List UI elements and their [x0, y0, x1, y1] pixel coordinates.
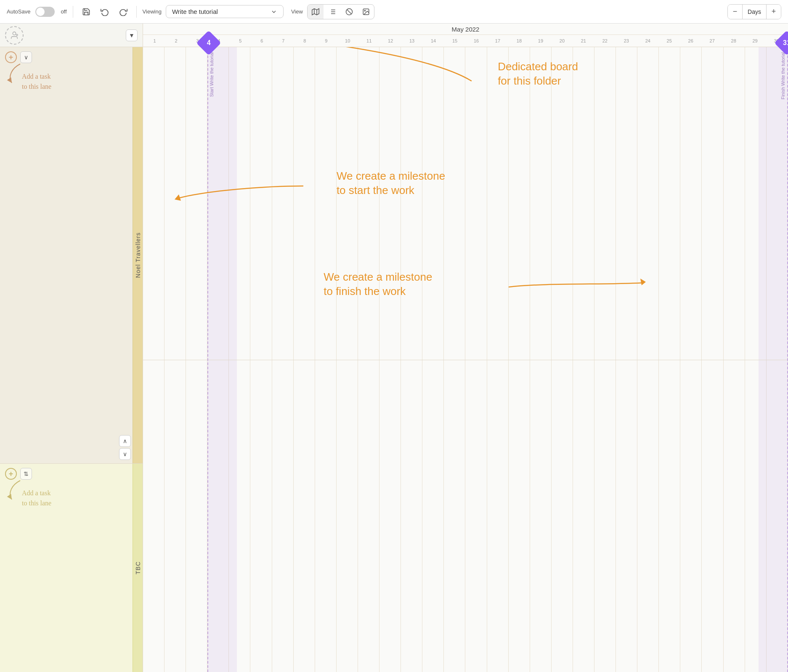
milestone-start-vline [207, 47, 208, 672]
save-button[interactable] [79, 5, 93, 19]
day-cell-6: 6 [251, 35, 273, 47]
svg-marker-17 [175, 194, 181, 201]
day-cell-27: 27 [701, 35, 723, 47]
day-cell-29: 29 [744, 35, 766, 47]
day-cell-8: 8 [294, 35, 316, 47]
day-cell-5: 5 [230, 35, 251, 47]
view-label: View [291, 8, 303, 15]
annotation-board: Dedicated boardfor this folder [498, 60, 578, 88]
toggle-knob [36, 8, 45, 16]
days-control: − Days + [727, 4, 781, 19]
day-cell-2: 2 [165, 35, 187, 47]
lane-2-name: TBC [135, 561, 141, 574]
day-cell-24: 24 [637, 35, 658, 47]
lane-divider [143, 360, 788, 360]
milestone-start-diamond: 4 [200, 34, 218, 52]
separator-1 [73, 6, 73, 18]
add-task-arrow-1 [3, 60, 29, 85]
cal-header: May 2022 4 12345678910111213141516171819… [143, 24, 788, 47]
autosave-label: AutoSave [7, 8, 30, 15]
day-cell-10: 10 [337, 35, 358, 47]
svg-point-12 [364, 10, 365, 11]
view-icons-group [307, 4, 374, 19]
svg-marker-0 [312, 8, 319, 15]
calendar-area: May 2022 4 12345678910111213141516171819… [143, 24, 788, 672]
view-list-button[interactable] [324, 5, 340, 19]
cal-month: May 2022 [452, 26, 480, 33]
day-cell-20: 20 [551, 35, 573, 47]
day-cell-25: 25 [658, 35, 680, 47]
days-container: 1234567891011121314151617181920212223242… [143, 35, 788, 47]
left-header: ▼ [0, 24, 143, 47]
folder-dropdown[interactable]: Write the tutorial [166, 5, 284, 18]
lane-1-name-col: Noel Travellers [133, 47, 143, 463]
day-cell-15: 15 [444, 35, 466, 47]
left-panel: ▼ + ∨ Add a taskto this lane [0, 24, 143, 672]
days-plus-button[interactable]: + [767, 5, 781, 19]
milestone-end-diamond: 31 [778, 34, 788, 52]
add-person-button[interactable] [5, 26, 24, 45]
day-cell-14: 14 [423, 35, 444, 47]
toolbar: AutoSave off Viewing Write the tutorial … [0, 0, 788, 24]
lane-2-name-col: TBC [133, 464, 143, 672]
cal-days-row: 4 12345678910111213141516171819202122232… [143, 35, 788, 47]
lane-1-name: Noel Travellers [135, 232, 141, 278]
viewing-label: Viewing [143, 8, 162, 15]
svg-point-13 [13, 32, 16, 35]
day-cell-1: 1 [144, 35, 165, 47]
separator-2 [136, 6, 137, 18]
undo-button[interactable] [98, 5, 112, 19]
lane-tbc: + ⇅ Add a taskto this lane TBC [0, 464, 143, 672]
days-minus-button[interactable]: − [728, 5, 742, 19]
annotation-start-milestone: We create a milestoneto start the work [337, 169, 445, 198]
lane-1-expand-button[interactable]: ∧ [119, 435, 131, 447]
day-cell-28: 28 [723, 35, 744, 47]
lane-1-expand2-button[interactable]: ∨ [119, 448, 131, 460]
day-cell-17: 17 [487, 35, 509, 47]
milestone-end-label: 31 [783, 39, 788, 47]
day-cell-9: 9 [316, 35, 337, 47]
day-cell-7: 7 [273, 35, 294, 47]
toggle-off-label: off [61, 8, 66, 15]
svg-line-10 [347, 9, 352, 14]
day-cell-13: 13 [401, 35, 423, 47]
dropdown-chevron-icon [271, 8, 277, 15]
lane-noel-travellers: + ∨ Add a taskto this lane ∧ ∨ [0, 47, 143, 464]
cal-month-row: May 2022 [143, 24, 788, 35]
day-cell-19: 19 [530, 35, 551, 47]
redo-button[interactable] [116, 5, 130, 19]
svg-marker-18 [640, 279, 646, 285]
day-cell-11: 11 [358, 35, 380, 47]
view-map-button[interactable] [308, 5, 324, 19]
day-cell-21: 21 [573, 35, 594, 47]
day-cell-22: 22 [594, 35, 616, 47]
day-cell-16: 16 [466, 35, 487, 47]
lane-1-bottom-controls: ∧ ∨ [119, 435, 131, 460]
add-task-arrow-2 [3, 476, 29, 502]
cal-body: Start Write the tutorial Finish Write th… [143, 47, 788, 672]
milestone-start-text: Start Write the tutorial [209, 52, 214, 97]
view-ban-button[interactable] [341, 5, 357, 19]
days-label: Days [742, 5, 767, 19]
milestone-start-label: 4 [207, 39, 211, 47]
day-cell-26: 26 [680, 35, 701, 47]
collapse-down-button[interactable]: ▼ [126, 29, 138, 41]
milestone-end-text: Finish Write the tutorial [780, 52, 785, 99]
main-content: ▼ + ∨ Add a taskto this lane [0, 24, 788, 672]
day-cell-18: 18 [508, 35, 530, 47]
autosave-toggle[interactable] [35, 7, 55, 17]
view-image-button[interactable] [358, 5, 374, 19]
folder-name: Write the tutorial [172, 8, 218, 15]
annotation-finish-milestone: We create a milestoneto finish the work [324, 270, 432, 299]
day-cell-23: 23 [616, 35, 637, 47]
day-cell-12: 12 [380, 35, 401, 47]
